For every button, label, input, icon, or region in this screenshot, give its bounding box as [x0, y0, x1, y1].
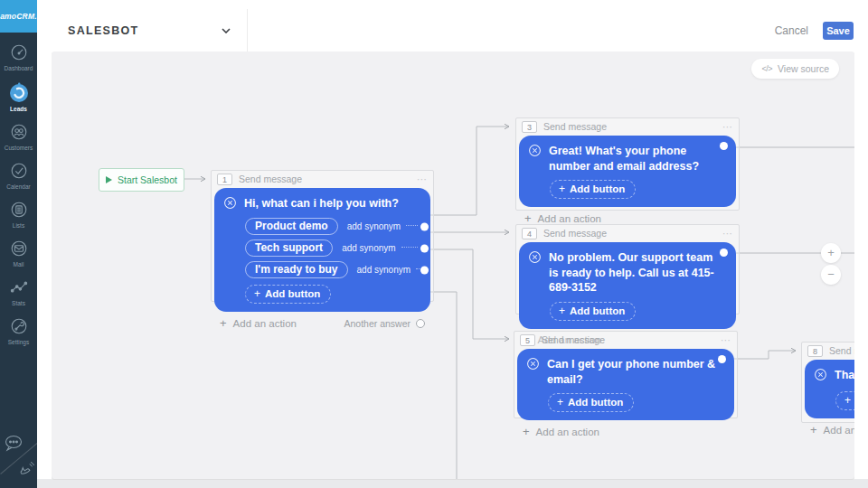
plus-icon: + [559, 305, 565, 317]
stats-icon [9, 277, 29, 297]
add-synonym-link[interactable]: add synonym [357, 265, 410, 275]
node-type-label: Send message [543, 121, 607, 132]
node-number-badge: 4 [522, 228, 537, 239]
sidebar-item-settings[interactable]: Settings [0, 316, 37, 345]
dashboard-icon [9, 42, 29, 62]
message-text: Great! What's your phone number and emai… [549, 143, 716, 174]
settings-icon [9, 316, 29, 336]
sidebar-item-label: Calendar [6, 183, 30, 190]
view-source-button[interactable]: </> View source [751, 59, 839, 79]
sidebar-item-lists[interactable]: Lists [0, 200, 37, 229]
quick-reply-button[interactable]: Tech support [245, 239, 333, 257]
quick-reply-button[interactable]: Product demo [245, 218, 338, 235]
message-text: Hi, what can i help you with? [244, 195, 399, 211]
node-number-badge: 3 [522, 121, 537, 133]
sidebar-item-label: Stats [12, 300, 25, 306]
message-card[interactable]: Can I get your phone number & email? + A… [517, 349, 734, 420]
message-card[interactable]: Great! What's your phone number and emai… [519, 136, 736, 207]
code-icon: </> [761, 64, 772, 73]
plus-icon: + [559, 183, 565, 195]
sidebar-item-dashboard[interactable]: Dashboard [0, 42, 37, 71]
connector-dot[interactable] [720, 142, 728, 150]
quick-reply-row: I'm ready to buy add synonym [223, 261, 420, 278]
node-menu-icon[interactable]: ⋯ [721, 334, 731, 346]
another-answer-label: Another answer [344, 318, 410, 329]
flow-node-1[interactable]: 1 Send message ⋯ Hi, what can i help you… [211, 170, 434, 302]
add-synonym-link[interactable]: add synonym [347, 221, 401, 231]
add-action-button[interactable]: + Add an action [810, 423, 854, 436]
lists-icon [9, 200, 29, 220]
messenger-any-icon [223, 196, 237, 213]
customers-icon [9, 122, 29, 142]
add-button-button[interactable]: + Add button [548, 393, 634, 412]
message-text: Thanks! [835, 367, 854, 383]
plus-icon: + [844, 394, 851, 407]
quick-reply-row: Tech support add synonym [223, 239, 420, 257]
message-card[interactable]: No problem. Our support team is ready to… [519, 242, 736, 329]
connector-dot[interactable] [420, 266, 429, 274]
plus-icon: + [557, 396, 563, 408]
sidebar-item-label: Mail [14, 261, 24, 267]
sidebar-item-label: Leads [10, 106, 27, 112]
bot-flow-canvas[interactable]: </> View source + − Start Salesbot 1 Sen… [52, 52, 854, 479]
flow-node-3[interactable]: 3 Send message ⋯ Great! What's your phon… [515, 117, 740, 211]
sidebar-bottom [0, 432, 37, 488]
sidebar-item-label: Settings [8, 339, 30, 345]
sidebar-item-calendar[interactable]: Calendar [0, 161, 37, 190]
sidebar-item-leads[interactable]: Leads [0, 81, 37, 112]
node-type-label: Send message [543, 228, 607, 239]
save-button[interactable]: Save [823, 22, 854, 40]
sidebar-item-label: Dashboard [5, 65, 33, 71]
add-button-button[interactable]: + Add button [550, 302, 636, 321]
plus-icon: + [524, 211, 532, 225]
add-button-button[interactable]: + Add button [835, 391, 854, 410]
sidebar-item-mail[interactable]: Mail [0, 239, 37, 267]
add-button-button[interactable]: + Add button [550, 180, 636, 199]
node-type-label: Send message [239, 174, 302, 184]
connector-dot[interactable] [718, 355, 726, 363]
another-answer-port[interactable] [416, 319, 425, 328]
zoom-in-button[interactable]: + [821, 243, 841, 263]
messenger-any-icon [814, 368, 827, 385]
flow-node-5[interactable]: 5 Send message ⋯ Can I get your phone nu… [514, 331, 738, 418]
plus-icon: + [220, 316, 227, 330]
sidebar-item-stats[interactable]: Stats [0, 277, 37, 306]
node-menu-icon[interactable]: ⋯ [417, 174, 428, 185]
cancel-button[interactable]: Cancel [775, 24, 808, 37]
messenger-any-icon [526, 357, 540, 374]
add-button-button[interactable]: + Add button [245, 285, 331, 304]
zoom-out-button[interactable]: − [821, 265, 841, 285]
connector-dot[interactable] [720, 249, 728, 257]
topbar: SALESBOT Cancel Save [37, 9, 868, 52]
message-text: No problem. Our support team is ready to… [549, 249, 721, 296]
flow-node-8[interactable]: 8 Send message Thanks! + Add button + Ad… [801, 342, 854, 423]
sidebar-item-customers[interactable]: Customers [0, 122, 37, 151]
message-card[interactable]: Thanks! + Add button [805, 360, 854, 418]
sidebar-item-label: Customers [5, 145, 33, 151]
chat-icon[interactable] [3, 434, 24, 457]
add-action-button[interactable]: + Add an action [524, 211, 601, 225]
amocrm-logo[interactable]: amoCRM. [0, 0, 37, 33]
messenger-any-icon [528, 250, 542, 267]
add-synonym-link[interactable]: add synonym [342, 243, 395, 253]
phone-icon[interactable] [19, 461, 35, 481]
connector-dot[interactable] [420, 244, 429, 252]
flow-node-4[interactable]: 4 Send message ⋯ No problem. Our support… [515, 224, 740, 314]
plus-icon: + [810, 423, 817, 436]
message-card[interactable]: Hi, what can i help you with? Product de… [214, 188, 430, 312]
start-salesbot-node[interactable]: Start Salesbot [99, 168, 184, 192]
play-icon [106, 176, 112, 183]
node-type-label: Send message [829, 345, 854, 356]
add-action-button[interactable]: + Add an action [220, 316, 297, 330]
calendar-icon [9, 161, 29, 181]
message-text: Can I get your phone number & email? [547, 356, 723, 387]
connector-dot[interactable] [420, 222, 429, 230]
plus-icon: + [523, 425, 530, 438]
node-menu-icon[interactable]: ⋯ [722, 228, 733, 239]
add-action-button[interactable]: + Add an action [523, 425, 599, 438]
quick-reply-button[interactable]: I'm ready to buy [245, 261, 348, 278]
node-menu-icon[interactable]: ⋯ [722, 121, 733, 133]
node-type-label: Send message [542, 334, 605, 345]
chevron-down-icon[interactable] [222, 28, 231, 33]
node-number-badge: 8 [807, 345, 823, 357]
